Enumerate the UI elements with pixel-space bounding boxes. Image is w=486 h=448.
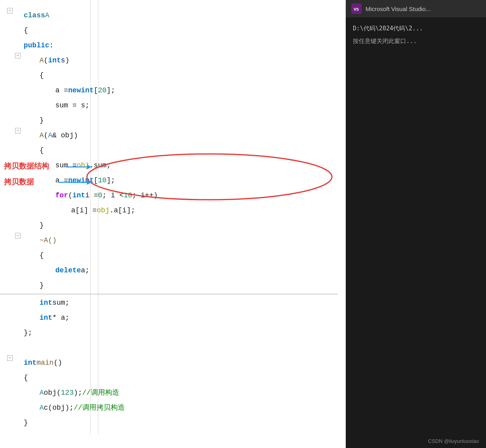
code-line: { (24, 68, 338, 83)
terminal-header: VS Microsoft Visual Studio... (346, 0, 486, 17)
code-token: { (40, 143, 44, 158)
code-token: a[i] = (71, 203, 97, 218)
code-token: i = (85, 188, 98, 203)
code-line: a = new int[20]; (24, 83, 338, 98)
terminal-path: D:\代码\2024代码\2... (353, 24, 479, 33)
terminal-footer: CSDN @liuyunluoxiao (346, 434, 486, 448)
code-token: ( (44, 53, 48, 68)
code-token: ]; (107, 83, 115, 98)
collapse-toggle[interactable]: − (7, 355, 13, 361)
code-line: sum = obj.sum; (24, 158, 338, 173)
svg-text:VS: VS (354, 7, 359, 12)
collapse-toggle[interactable]: − (15, 53, 21, 58)
code-token: } (40, 113, 44, 128)
code-line: { (24, 23, 338, 38)
collapse-toggle[interactable]: − (15, 233, 21, 238)
collapse-toggle[interactable]: − (7, 8, 13, 13)
terminal-title: Microsoft Visual Studio... (365, 6, 431, 12)
code-token: a = (55, 173, 68, 188)
code-line: { (24, 248, 338, 263)
code-token: } (24, 415, 28, 430)
code-line: } (24, 113, 338, 128)
code-token: c(obj); (44, 400, 74, 415)
code-token: }; (24, 325, 32, 340)
code-token: a = (55, 83, 68, 98)
code-token: A (40, 400, 44, 415)
code-token: 123 (61, 385, 73, 400)
code-line: − int main() (24, 355, 338, 370)
code-token: ) (65, 53, 70, 68)
code-token: A (40, 128, 44, 143)
code-line: } (24, 415, 338, 430)
code-line: { (24, 370, 338, 385)
code-line (24, 340, 338, 355)
code-line: − A(A& obj) (24, 128, 338, 143)
code-token: a; (81, 263, 90, 278)
main-container: − class A { public: − A(int s) (0, 0, 486, 448)
code-token: int (40, 295, 52, 310)
code-token: sum = s; (55, 98, 89, 113)
code-token: main (36, 355, 53, 370)
code-token: .a[i]; (109, 203, 135, 218)
code-token: ; i < (102, 188, 124, 203)
code-token: A (40, 53, 44, 68)
annotation-label-1: 拷贝数据结构 (4, 161, 49, 171)
code-token: int (81, 83, 94, 98)
code-line: a = new int[10]; (24, 173, 338, 188)
code-line: − A(int s) (24, 53, 338, 68)
code-line: int sum; (24, 295, 338, 310)
code-token: int (72, 188, 85, 203)
code-token: int (40, 310, 52, 325)
code-token: ( (44, 128, 48, 143)
code-token: ]; (107, 173, 115, 188)
collapse-toggle[interactable]: − (15, 128, 21, 133)
terminal-panel: VS Microsoft Visual Studio... D:\代码\2024… (346, 0, 486, 448)
code-token: * a; (52, 310, 69, 325)
code-line: }; (24, 325, 338, 340)
code-token: { (40, 68, 44, 83)
code-token: public (24, 38, 49, 53)
code-token: new (68, 83, 81, 98)
code-token: 20 (98, 83, 107, 98)
terminal-note: 按任意键关闭此窗口... (353, 36, 479, 46)
code-token: int (48, 53, 61, 68)
code-token: [ (94, 83, 98, 98)
code-line: int* a; (24, 310, 338, 325)
code-token: class (24, 8, 45, 23)
code-token: obj (77, 158, 89, 173)
code-token: 10 (98, 173, 107, 188)
code-line: − class A (24, 8, 338, 23)
code-token: { (40, 248, 44, 263)
code-token: //调用拷贝构造 (73, 400, 125, 415)
code-token: ); (73, 385, 82, 400)
separator-line (0, 294, 338, 294)
code-token: } (40, 278, 44, 293)
code-token: { (24, 370, 28, 385)
code-editor: − class A { public: − A(int s) (0, 4, 346, 434)
code-line: − ~A() (24, 233, 338, 248)
code-token: new (68, 173, 81, 188)
code-token: () (54, 355, 62, 370)
code-token: int (81, 173, 94, 188)
code-line: A obj(123);//调用构造 (24, 385, 338, 400)
code-token: obj( (44, 385, 61, 400)
code-token: s (61, 53, 65, 68)
code-line: } (24, 218, 338, 233)
code-token: A (40, 385, 44, 400)
code-token: 0 (98, 188, 102, 203)
code-token: for (55, 188, 68, 203)
code-token: .sum; (89, 158, 111, 173)
code-token: obj (97, 203, 109, 218)
code-token: sum; (52, 295, 69, 310)
code-token: & obj) (52, 128, 78, 143)
code-panel: − class A { public: − A(int s) (0, 0, 346, 448)
code-token: //调用构造 (82, 385, 119, 400)
code-token: int (24, 355, 36, 370)
code-token: 10 (124, 188, 132, 203)
code-token: ( (68, 188, 72, 203)
code-token: { (24, 23, 28, 38)
code-line: delete a; (24, 263, 338, 278)
csdn-credit: CSDN @liuyunluoxiao (428, 438, 479, 444)
code-line: public: (24, 38, 338, 53)
code-line: sum = s; (24, 98, 338, 113)
